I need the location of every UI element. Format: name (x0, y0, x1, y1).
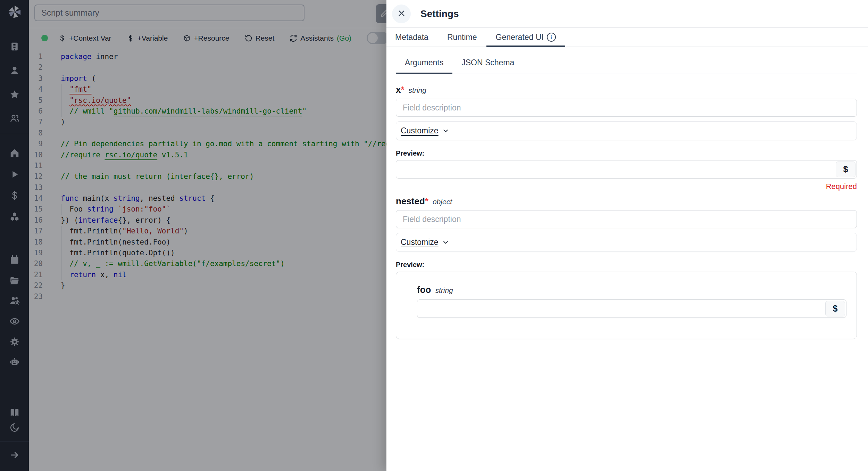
field-description-input-nested[interactable] (396, 210, 857, 228)
windmill-script-editor: +Context Var+Variable+ResourceResetAssis… (0, 0, 868, 471)
chevron-down-icon (442, 127, 449, 134)
dollar-button[interactable]: $ (836, 162, 856, 177)
settings-drawer: Settings Metadata Runtime Generated UI i… (386, 0, 868, 471)
object-preview-box: foo string $ (396, 272, 857, 339)
required-asterisk: * (401, 84, 404, 95)
settings-header: Settings (386, 0, 868, 28)
customize-panel-nested[interactable]: Customize (396, 233, 857, 252)
settings-tabbar: Metadata Runtime Generated UI i (386, 28, 868, 47)
dollar-button[interactable]: $ (825, 301, 845, 316)
chevron-down-icon (442, 239, 449, 246)
preview-label-x: Preview: (396, 149, 857, 157)
field-description-input-x[interactable] (396, 99, 857, 117)
preview-input-x[interactable] (396, 160, 857, 178)
tab-metadata[interactable]: Metadata (395, 28, 438, 47)
subtab-arguments[interactable]: Arguments (396, 55, 452, 74)
customize-link: Customize (401, 238, 439, 247)
arg-type: string (409, 86, 426, 94)
arg-name: nested (396, 196, 425, 207)
customize-panel-x[interactable]: Customize (396, 121, 857, 140)
arg-name: x (396, 84, 401, 95)
generated-ui-subtabs: Arguments JSON Schema (396, 55, 857, 74)
tab-generated-ui-label: Generated UI (496, 33, 544, 42)
customize-link: Customize (401, 126, 439, 135)
child-field-type: string (435, 286, 453, 295)
drawer-title: Settings (420, 8, 459, 19)
arg-type: object (433, 198, 452, 206)
close-icon (397, 9, 406, 19)
child-field-name: foo (417, 284, 431, 295)
preview-input-foo[interactable] (417, 300, 846, 317)
subtab-json-schema[interactable]: JSON Schema (452, 55, 523, 74)
arg-header-x: x * string (396, 84, 857, 95)
info-icon[interactable]: i (547, 33, 556, 42)
required-asterisk: * (425, 196, 428, 207)
preview-field-wrap-foo: $ (417, 299, 846, 318)
preview-field-wrap-x: $ (396, 160, 857, 179)
close-button[interactable] (392, 5, 411, 23)
tab-runtime[interactable]: Runtime (438, 28, 486, 47)
child-field-header-foo: foo string (417, 284, 846, 295)
generated-ui-content: Arguments JSON Schema x * string Customi… (386, 55, 868, 339)
tab-generated-ui[interactable]: Generated UI i (486, 28, 565, 47)
arg-header-nested: nested * object (396, 196, 857, 207)
preview-label-nested: Preview: (396, 261, 857, 269)
validation-message: Required (396, 182, 857, 191)
